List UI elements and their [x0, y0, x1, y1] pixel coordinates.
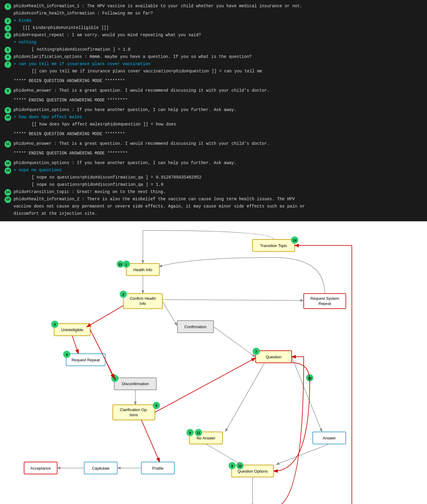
node-confirm-health-info-label: Confirm Health [130, 296, 156, 301]
step-badge: 2 [5, 18, 11, 24]
step-badge: 13 [5, 167, 11, 174]
terminal-line: 5 [ nothing=phido#disconfirmation ] = 1.… [5, 46, 422, 53]
node-clarification-options-label: Clarification Op- [120, 407, 148, 412]
node-unintelligible-label: Unintelligible [61, 328, 83, 332]
flow-diagram: Transition Topic 14 Health Info 1 15 Con… [6, 227, 421, 504]
arrow-question-answer [292, 357, 322, 431]
step-badge: 6 [5, 54, 11, 61]
svg-text:Repeat: Repeat [318, 301, 331, 306]
terminal-line: 4 phido#request_repeat : I am sorry. wou… [5, 32, 422, 39]
step-badge: 12 [5, 160, 11, 167]
node-answer-label: Answer [323, 436, 336, 440]
terminal-line: 10 > how does hpv affect males [5, 114, 422, 121]
terminal-line: ***** ENDING QUESTION ANSWERING MODE ***… [5, 97, 422, 104]
svg-text:1: 1 [125, 263, 127, 266]
node-transition-topic-label: Transition Topic [260, 243, 287, 248]
terminal-line: ***** BEGIN QUESTION ANSWERING MODE ****… [5, 78, 422, 85]
terminal-line: 8 phido#no_answer : That is a great ques… [5, 87, 422, 94]
svg-text:3: 3 [54, 323, 55, 326]
arrow-confirmation-question [214, 327, 255, 357]
node-prattle-label: Prattle [152, 466, 163, 471]
terminal-line: vaccine does not cause any permanent or … [5, 203, 422, 210]
svg-text:15: 15 [119, 263, 122, 266]
svg-text:4: 4 [66, 353, 68, 357]
terminal-line: [[ can you tell me if insurance plans co… [5, 68, 422, 75]
terminal-line: ***** BEGIN QUESTION ANSWERING MODE ****… [5, 131, 422, 138]
terminal-line: 14 phido#transition_topic : Great! movin… [5, 189, 422, 196]
svg-text:2: 2 [122, 293, 124, 296]
terminal-line: 9 phido#question_options : If you have a… [5, 107, 422, 114]
node-disconfirmation-label: Disconfirmation [122, 382, 149, 386]
arrow-answer-qoptions [277, 444, 329, 464]
node-no-answer-label: No Answer [197, 436, 216, 440]
node-question-options-label: Question Options [238, 469, 268, 474]
terminal-line: 15 phido#health_information_2 : There is… [5, 196, 422, 203]
node-request-repeat-label: Request Repeat [71, 358, 100, 362]
svg-text:Info: Info [140, 301, 146, 306]
arrow-confirm-reqsysrepeat [162, 300, 303, 300]
step-badge: 14 [5, 189, 11, 196]
terminal-line: 6 phido#clarification_options : Hmmm. ma… [5, 54, 422, 61]
arrow-reqsysrepeat-healthinfo [160, 258, 325, 294]
terminal-line: 11 phido#no_answer : That is a great que… [5, 141, 422, 147]
svg-text:7: 7 [255, 350, 257, 353]
step-badge: 9 [5, 107, 11, 114]
arrow-confirm-confirmation [162, 301, 177, 325]
terminal-line: 3 [[[ kinda=phido#unintelligible ]]] [5, 25, 422, 32]
arrow-confirm-unintelligible [87, 306, 123, 327]
arrow-noanswer-qoptions [206, 444, 241, 464]
terminal-line: discomfort at the injection site. [5, 211, 422, 217]
step-badge: 1 [5, 3, 11, 10]
svg-text:9: 9 [231, 464, 233, 468]
terminal-line: 13 > nope no questions [5, 167, 422, 174]
svg-text:14: 14 [293, 239, 297, 242]
terminal-line: 1 phido#health_information_1 : The HPV v… [5, 3, 422, 10]
node-confirmation-label: Confirmation [184, 325, 206, 329]
step-badge: 15 [5, 196, 11, 203]
svg-text:8: 8 [189, 431, 191, 435]
arrow-clarify-question [155, 358, 255, 412]
terminal-line: 12 phido#question_options : If you have … [5, 160, 422, 167]
diagram-section: Transition Topic 14 Health Info 1 15 Con… [0, 221, 427, 504]
svg-text:6: 6 [156, 404, 157, 407]
node-capitulate-label: Capitulate [92, 466, 109, 471]
step-badge: 4 [5, 32, 11, 39]
svg-text:11: 11 [197, 431, 200, 435]
terminal-line: [ nope no questions=phido#disconfirmatio… [5, 182, 422, 189]
node-acceptance-label: Acceptance [30, 466, 51, 471]
step-badge: 11 [5, 141, 11, 147]
svg-text:12: 12 [238, 464, 242, 468]
terminal-line: 2 > kinda [5, 17, 422, 24]
step-badge: 8 [5, 88, 11, 94]
arrow-question-noanswer [226, 363, 265, 431]
step-badge: 10 [5, 114, 11, 121]
arrow-clarify-prattle [141, 420, 160, 461]
terminal-line: > nothing [5, 39, 422, 46]
arrow-disconfqa-question [274, 357, 304, 504]
step-badge: 3 [5, 25, 11, 32]
step-badge: 7 [5, 61, 11, 68]
node-question-label: Question [266, 355, 281, 359]
svg-text:tions: tions [130, 413, 138, 417]
step-badge: 5 [5, 47, 11, 53]
arrow-question-qoptions-10 [274, 363, 310, 471]
arrow-unintelligible-reqrepeat [72, 336, 78, 353]
terminal-line: 7 > can you tell me if insurance plans c… [5, 61, 422, 68]
node-request-system-repeat-label: Request System [310, 296, 339, 301]
node-health-info-label: Health Info [133, 268, 152, 272]
terminal-line: [ nope no questions=phido#disconfirmatio… [5, 174, 422, 181]
terminal-line: ***** ENDING QUESTION ANSWERING MODE ***… [5, 150, 422, 157]
terminal-line: phido#confirm_health_information : Follo… [5, 10, 422, 17]
terminal-line: [[ how does hpv affect males=phido#quest… [5, 121, 422, 128]
terminal-section: 1 phido#health_information_1 : The HPV v… [0, 0, 427, 221]
